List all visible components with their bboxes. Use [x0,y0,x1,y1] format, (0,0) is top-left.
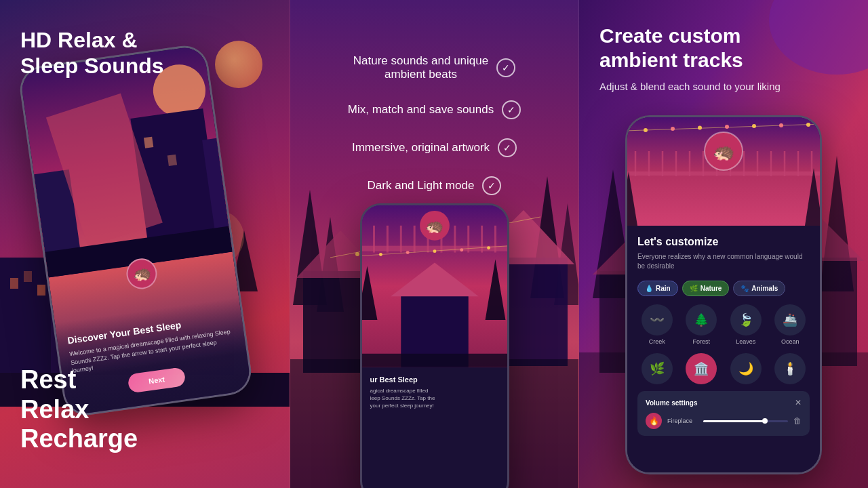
volume-item-fireplace: 🔥 Fireplace 🗑 [646,413,802,429]
leaves-label: Leaves [736,338,755,345]
svg-point-97 [779,123,783,127]
feature-text-3: Dark and Light mode [368,179,475,192]
panel-2: Nature sounds and uniqueambient beats ✓ … [290,0,579,488]
r2-3-icon: 🕯️ [783,361,797,376]
nature-icon: 🌿 [690,285,698,292]
sound-grid-row1: 〰️ Creek 🌲 Forest 🍃 Leaves 🚢 Ocean [637,304,810,345]
sound-leaves[interactable]: 🍃 Leaves [726,304,766,345]
moon-decoration [215,41,262,88]
feature-text-1: Mix, match and save sounds [348,103,494,117]
panel3-headline: Create customambient tracks [599,24,848,73]
fireplace-label: Fireplace [667,418,698,424]
svg-point-95 [725,125,729,129]
forest-icon-circle: 🌲 [686,304,717,336]
animals-label: Animals [751,285,778,292]
feature-item-0: Nature sounds and uniqueambient beats ✓ [317,54,551,81]
phone2-scene: 🦔 [362,205,507,367]
svg-rect-74 [627,171,820,176]
check-1: ✓ [502,100,521,119]
sound-ocean[interactable]: 🚢 Ocean [771,304,810,345]
svg-rect-57 [362,354,507,367]
check-0: ✓ [496,58,515,77]
sound-r2-1[interactable]: 🏛️ [682,353,722,384]
phone-mockup-3: 🦔 Let's customize Everyone realizes why … [625,115,822,474]
svg-point-98 [806,123,810,127]
svg-rect-22 [167,155,177,166]
panel1-taglines: Rest Relax Recharge [20,365,138,454]
delete-icon[interactable]: 🗑 [793,416,802,426]
tagline-rest: Rest [20,365,76,394]
forest-icon: 🌲 [694,312,709,327]
tagline-recharge: Recharge [20,424,138,453]
sound-pills: 💧 Rain 🌿 Nature 🐾 Animals [637,281,810,296]
creek-icon-circle: 〰️ [642,304,673,336]
r2-0-circle: 🌿 [642,353,673,384]
fireplace-icon: 🔥 [646,413,662,429]
r2-3-circle: 🕯️ [774,353,806,384]
nature-label: Nature [701,285,722,292]
feature-item-1: Mix, match and save sounds ✓ [317,100,551,119]
phone-mockup-2: 🦔 ur Best Sleep agical dreamscape f [360,203,509,488]
volume-title: Volume settings [646,399,698,407]
volume-header: Volume settings ✕ [646,398,802,407]
ocean-icon-circle: 🚢 [774,304,806,336]
phone2-body: agical dreamscape filledleep Sounds ZZZz… [370,387,499,410]
ocean-icon: 🚢 [783,312,797,327]
feature-text-0: Nature sounds and uniqueambient beats [353,54,488,81]
check-2: ✓ [498,138,517,157]
svg-text:🦔: 🦔 [425,217,444,235]
sound-r2-0[interactable]: 🌿 [637,353,677,384]
check-3: ✓ [482,176,501,195]
panel-3: Create customambient tracks Adjust & ble… [579,0,868,488]
volume-panel: Volume settings ✕ 🔥 Fireplace 🗑 [637,391,810,436]
r2-1-circle: 🏛️ [686,353,717,384]
panel1-headline: HD Relax &Sleep Sounds [20,27,164,79]
svg-point-94 [698,126,702,130]
rain-label: Rain [656,285,671,292]
panel3-subheadline: Adjust & blend each sound to your liking [599,79,848,94]
svg-point-59 [378,253,382,256]
creek-icon: 〰️ [650,312,665,327]
svg-rect-2 [24,271,32,282]
panel-1: Discover Your Best Sleep Welcome to a ma… [0,0,290,488]
pill-nature[interactable]: 🌿 Nature [682,281,730,296]
sound-r2-3[interactable]: 🕯️ [771,353,810,384]
feature-item-2: Immersive, original artwork ✓ [317,138,551,157]
svg-point-93 [671,127,675,131]
r2-1-icon: 🏛️ [694,361,709,376]
tagline: Rest Relax Recharge [20,365,138,454]
svg-point-60 [406,251,409,254]
pill-rain[interactable]: 💧 Rain [637,281,678,296]
volume-slider[interactable] [703,420,788,422]
forest-label: Forest [692,338,710,345]
svg-point-96 [752,124,756,128]
svg-point-61 [433,249,436,253]
customize-subtitle: Everyone realizes why a new common langu… [637,252,810,271]
panel3-header: Create customambient tracks Adjust & ble… [599,24,848,94]
tagline-relax: Relax [20,395,89,424]
feature-text-2: Immersive, original artwork [352,141,490,155]
svg-rect-21 [144,137,153,148]
phone2-title: ur Best Sleep [370,375,499,384]
sound-forest[interactable]: 🌲 Forest [682,304,722,345]
rain-icon: 💧 [645,285,653,292]
close-icon[interactable]: ✕ [795,398,802,407]
creek-label: Creek [649,338,665,345]
sound-grid-row2: 🌿 🏛️ 🌙 🕯️ [637,353,810,384]
svg-point-92 [644,128,648,132]
ocean-label: Ocean [781,338,800,345]
svg-point-63 [487,246,490,249]
sound-r2-2[interactable]: 🌙 [726,353,766,384]
svg-rect-3 [37,285,45,296]
svg-rect-1 [10,278,18,289]
animals-icon: 🐾 [741,285,749,292]
r2-0-icon: 🌿 [650,361,665,376]
pill-animals[interactable]: 🐾 Animals [733,281,785,296]
svg-point-34 [355,252,359,256]
sound-creek[interactable]: 〰️ Creek [637,304,677,345]
leaves-icon: 🍃 [738,312,753,327]
leaves-icon-circle: 🍃 [730,304,762,336]
r2-2-icon: 🌙 [738,361,753,376]
phone3-scene: 🦔 [627,117,820,226]
customize-title: Let's customize [637,236,810,248]
